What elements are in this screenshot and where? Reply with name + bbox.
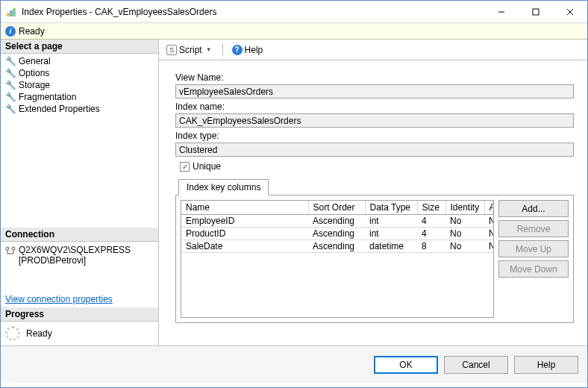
index-type-field: Clustered [175,143,574,157]
connection-info: Q2X6WQV2\SQLEXPRESS [PROD\BPetrovi] [1,242,158,269]
cell: No [445,240,484,253]
script-icon: S [166,45,177,55]
wrench-icon: 🔧 [5,56,16,66]
title-bar: Index Properties - CAK_vEmployeesSalesOr… [1,1,587,23]
help-button[interactable]: ? Help [229,43,266,57]
ok-button[interactable]: OK [374,356,438,374]
table-row[interactable]: ProductID Ascending int 4 No No [181,228,493,240]
chevron-down-icon: ▼ [204,46,213,53]
col-sort-order[interactable]: Sort Order [308,201,365,215]
cell: int [365,215,417,228]
view-name-field: vEmployeeSalesOrders [175,84,574,98]
move-down-button: Move Down [498,260,569,278]
svg-rect-2 [13,8,16,16]
sidebar-item-label: General [19,56,51,66]
wrench-icon: 🔧 [5,80,16,90]
help-dialog-button[interactable]: Help [514,356,578,374]
info-icon: i [5,26,16,37]
server-icon [5,245,16,256]
view-connection-properties-link[interactable]: View connection properties [1,291,158,307]
table-row[interactable]: SaleDate Ascending datetime 8 No No [181,240,493,253]
index-name-label: Index name: [175,101,574,112]
app-icon [5,6,17,18]
progress-text: Ready [26,328,52,339]
svg-rect-1 [10,10,13,16]
progress-header: Progress [1,307,158,322]
svg-point-8 [12,247,15,250]
cell: No [484,228,493,240]
cell: Ascending [308,228,365,240]
cell: int [365,228,417,240]
wrench-icon: 🔧 [5,104,16,114]
index-columns-grid[interactable]: Name Sort Order Data Type Size Identity … [181,200,494,318]
sidebar-item-label: Options [19,68,49,78]
svg-rect-0 [7,13,10,16]
svg-point-7 [6,247,9,250]
script-button[interactable]: S Script ▼ [163,43,216,57]
maximize-button[interactable] [519,1,553,22]
content-area: S Script ▼ ? Help View Name: vEmployeeSa… [159,40,587,345]
col-name[interactable]: Name [181,201,308,215]
cell: No [484,215,493,228]
cell: 4 [417,228,445,240]
wrench-icon: 🔧 [5,92,16,102]
cell: 4 [417,215,445,228]
cell: SaleDate [181,240,308,253]
status-text: Ready [19,26,45,37]
cell: Ascending [308,215,365,228]
window-title: Index Properties - CAK_vEmployeesSalesOr… [22,7,484,17]
progress-spinner-icon [5,326,20,341]
sidebar-item-label: Extended Properties [19,104,100,114]
progress-area: Ready [1,322,158,345]
page-list: 🔧 General 🔧 Options 🔧 Storage 🔧 Fragment… [1,54,158,116]
connection-user: [PROD\BPetrovi] [19,255,131,266]
col-allow-nulls[interactable]: Allow NULLs [484,201,493,215]
col-identity[interactable]: Identity [445,201,484,215]
tab-index-key-columns[interactable]: Index key columns [178,179,269,195]
col-data-type[interactable]: Data Type [365,201,417,215]
close-button[interactable] [553,1,587,22]
table-row[interactable]: EmployeeID Ascending int 4 No No [181,215,493,228]
connection-header: Connection [1,228,158,242]
unique-label: Unique [193,161,221,172]
cell: No [484,240,493,253]
help-icon: ? [232,45,243,55]
cell: EmployeeID [181,215,308,228]
index-type-label: Index type: [175,131,574,141]
cell: No [445,215,484,228]
script-label: Script [179,45,202,55]
sidebar-item-label: Storage [19,80,50,90]
dialog-button-bar: OK Cancel Help [1,345,587,383]
sidebar: Select a page 🔧 General 🔧 Options 🔧 Stor… [1,40,159,345]
help-label: Help [245,45,263,55]
toolbar-separator [222,43,223,57]
move-up-button: Move Up [498,240,569,257]
view-name-label: View Name: [175,72,574,83]
sidebar-item-fragmentation[interactable]: 🔧 Fragmentation [1,91,158,103]
minimize-button[interactable] [484,1,519,22]
unique-checkbox[interactable]: ✓ [180,162,190,172]
status-bar: i Ready [1,23,587,40]
toolbar: S Script ▼ ? Help [159,40,587,60]
remove-button: Remove [498,220,569,237]
cancel-button[interactable]: Cancel [444,356,508,374]
cell: No [445,228,484,240]
sidebar-item-options[interactable]: 🔧 Options [1,67,158,79]
select-page-header: Select a page [1,40,158,54]
cell: Ascending [308,240,365,253]
wrench-icon: 🔧 [5,68,16,78]
svg-rect-4 [533,9,539,15]
cell: ProductID [181,228,308,240]
index-name-field: CAK_vEmployeesSalesOrders [175,113,574,128]
connection-server: Q2X6WQV2\SQLEXPRESS [19,245,131,255]
sidebar-item-storage[interactable]: 🔧 Storage [1,79,158,91]
col-size[interactable]: Size [417,201,445,215]
sidebar-item-label: Fragmentation [19,92,76,102]
cell: 8 [417,240,445,253]
add-button[interactable]: Add... [498,200,569,217]
cell: datetime [365,240,417,253]
sidebar-item-general[interactable]: 🔧 General [1,55,158,67]
sidebar-item-extended-properties[interactable]: 🔧 Extended Properties [1,103,158,115]
